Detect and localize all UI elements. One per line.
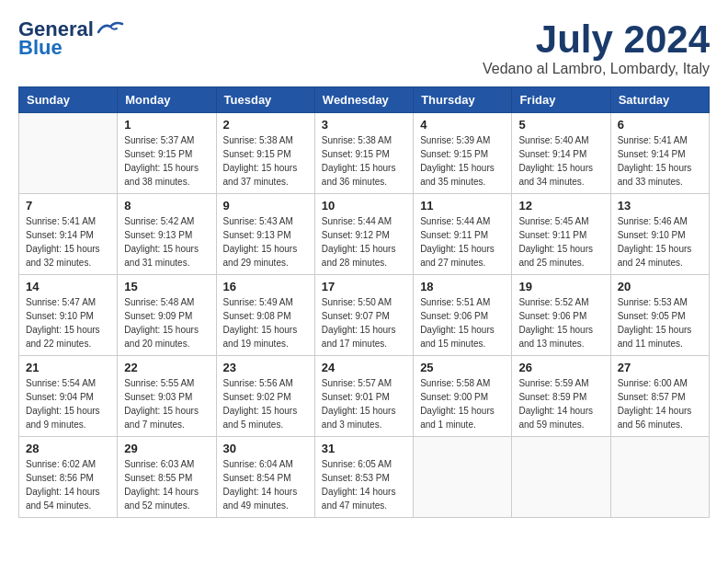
calendar-cell-14: 13Sunrise: 5:46 AMSunset: 9:10 PMDayligh… bbox=[610, 194, 709, 275]
day-info: Sunrise: 5:38 AMSunset: 9:15 PMDaylight:… bbox=[322, 133, 406, 189]
calendar-cell-32: 31Sunrise: 6:05 AMSunset: 8:53 PMDayligh… bbox=[314, 437, 413, 518]
calendar-cell-10: 9Sunrise: 5:43 AMSunset: 9:13 PMDaylight… bbox=[216, 194, 314, 275]
calendar-cell-11: 10Sunrise: 5:44 AMSunset: 9:12 PMDayligh… bbox=[314, 194, 413, 275]
calendar-cell-16: 15Sunrise: 5:48 AMSunset: 9:09 PMDayligh… bbox=[118, 275, 216, 356]
calendar-table: SundayMondayTuesdayWednesdayThursdayFrid… bbox=[18, 86, 710, 518]
day-number: 9 bbox=[223, 199, 308, 213]
calendar-cell-19: 18Sunrise: 5:51 AMSunset: 9:06 PMDayligh… bbox=[414, 275, 512, 356]
calendar-cell-8: 7Sunrise: 5:41 AMSunset: 9:14 PMDaylight… bbox=[19, 194, 118, 275]
day-number: 5 bbox=[518, 118, 603, 132]
day-number: 26 bbox=[518, 361, 603, 374]
day-info: Sunrise: 5:40 AMSunset: 9:14 PMDaylight:… bbox=[518, 133, 603, 189]
day-info: Sunrise: 5:53 AMSunset: 9:05 PMDaylight:… bbox=[618, 295, 702, 350]
logo: General Blue bbox=[18, 18, 124, 59]
day-number: 30 bbox=[223, 442, 308, 455]
calendar-cell-2: 1Sunrise: 5:37 AMSunset: 9:15 PMDaylight… bbox=[118, 113, 216, 194]
day-info: Sunrise: 5:50 AMSunset: 9:07 PMDaylight:… bbox=[322, 295, 406, 350]
calendar-week-2: 7Sunrise: 5:41 AMSunset: 9:14 PMDaylight… bbox=[19, 194, 710, 275]
calendar-cell-23: 22Sunrise: 5:55 AMSunset: 9:03 PMDayligh… bbox=[118, 356, 216, 437]
day-number: 23 bbox=[223, 361, 308, 374]
calendar-cell-1 bbox=[19, 113, 118, 194]
day-info: Sunrise: 5:37 AMSunset: 9:15 PMDaylight:… bbox=[124, 133, 209, 189]
calendar-header-row: SundayMondayTuesdayWednesdayThursdayFrid… bbox=[19, 87, 710, 113]
day-number: 10 bbox=[322, 199, 406, 213]
day-info: Sunrise: 5:57 AMSunset: 9:01 PMDaylight:… bbox=[322, 376, 406, 431]
day-info: Sunrise: 5:56 AMSunset: 9:02 PMDaylight:… bbox=[223, 376, 308, 431]
day-number: 21 bbox=[26, 361, 110, 374]
day-number: 31 bbox=[322, 442, 406, 455]
day-info: Sunrise: 5:51 AMSunset: 9:06 PMDaylight:… bbox=[420, 295, 505, 350]
calendar-cell-27: 26Sunrise: 5:59 AMSunset: 8:59 PMDayligh… bbox=[512, 356, 610, 437]
calendar-cell-9: 8Sunrise: 5:42 AMSunset: 9:13 PMDaylight… bbox=[118, 194, 216, 275]
day-number: 1 bbox=[124, 118, 209, 132]
day-number: 11 bbox=[420, 199, 505, 213]
day-number: 4 bbox=[420, 118, 505, 132]
day-number: 12 bbox=[518, 199, 603, 213]
day-number: 25 bbox=[420, 361, 505, 374]
day-number: 3 bbox=[322, 118, 406, 132]
calendar-cell-13: 12Sunrise: 5:45 AMSunset: 9:11 PMDayligh… bbox=[512, 194, 610, 275]
day-info: Sunrise: 5:48 AMSunset: 9:09 PMDaylight:… bbox=[124, 295, 209, 350]
day-info: Sunrise: 5:42 AMSunset: 9:13 PMDaylight:… bbox=[124, 214, 209, 270]
calendar-cell-31: 30Sunrise: 6:04 AMSunset: 8:54 PMDayligh… bbox=[216, 437, 314, 518]
calendar-cell-33 bbox=[414, 437, 512, 518]
calendar-cell-28: 27Sunrise: 6:00 AMSunset: 8:57 PMDayligh… bbox=[610, 356, 709, 437]
day-number: 18 bbox=[420, 280, 505, 293]
day-number: 17 bbox=[322, 280, 406, 293]
day-number: 15 bbox=[124, 280, 209, 293]
day-number: 16 bbox=[223, 280, 308, 293]
calendar-header-saturday: Saturday bbox=[610, 87, 709, 113]
day-info: Sunrise: 6:04 AMSunset: 8:54 PMDaylight:… bbox=[223, 457, 308, 512]
calendar-week-1: 1Sunrise: 5:37 AMSunset: 9:15 PMDaylight… bbox=[19, 113, 710, 194]
calendar-cell-4: 3Sunrise: 5:38 AMSunset: 9:15 PMDaylight… bbox=[314, 113, 413, 194]
calendar-header-friday: Friday bbox=[512, 87, 610, 113]
calendar-cell-15: 14Sunrise: 5:47 AMSunset: 9:10 PMDayligh… bbox=[19, 275, 118, 356]
calendar-cell-6: 5Sunrise: 5:40 AMSunset: 9:14 PMDaylight… bbox=[512, 113, 610, 194]
day-number: 2 bbox=[223, 118, 308, 132]
calendar-cell-30: 29Sunrise: 6:03 AMSunset: 8:55 PMDayligh… bbox=[118, 437, 216, 518]
day-info: Sunrise: 5:52 AMSunset: 9:06 PMDaylight:… bbox=[518, 295, 603, 350]
day-number: 27 bbox=[618, 361, 702, 374]
calendar-header-sunday: Sunday bbox=[19, 87, 118, 113]
day-number: 20 bbox=[618, 280, 702, 293]
day-number: 14 bbox=[26, 280, 110, 293]
day-info: Sunrise: 5:46 AMSunset: 9:10 PMDaylight:… bbox=[618, 214, 702, 270]
calendar-cell-25: 24Sunrise: 5:57 AMSunset: 9:01 PMDayligh… bbox=[314, 356, 413, 437]
day-info: Sunrise: 5:43 AMSunset: 9:13 PMDaylight:… bbox=[223, 214, 308, 270]
calendar-cell-22: 21Sunrise: 5:54 AMSunset: 9:04 PMDayligh… bbox=[19, 356, 118, 437]
calendar-header-thursday: Thursday bbox=[414, 87, 512, 113]
day-info: Sunrise: 6:00 AMSunset: 8:57 PMDaylight:… bbox=[618, 376, 702, 431]
page-header: General Blue July 2024 Vedano al Lambro,… bbox=[18, 18, 710, 77]
logo-bird-icon bbox=[97, 19, 124, 36]
calendar-header-wednesday: Wednesday bbox=[314, 87, 413, 113]
day-info: Sunrise: 5:45 AMSunset: 9:11 PMDaylight:… bbox=[518, 214, 603, 270]
calendar-cell-29: 28Sunrise: 6:02 AMSunset: 8:56 PMDayligh… bbox=[19, 437, 118, 518]
day-info: Sunrise: 5:59 AMSunset: 8:59 PMDaylight:… bbox=[518, 376, 603, 431]
calendar-cell-17: 16Sunrise: 5:49 AMSunset: 9:08 PMDayligh… bbox=[216, 275, 314, 356]
calendar-cell-24: 23Sunrise: 5:56 AMSunset: 9:02 PMDayligh… bbox=[216, 356, 314, 437]
calendar-week-4: 21Sunrise: 5:54 AMSunset: 9:04 PMDayligh… bbox=[19, 356, 710, 437]
day-number: 22 bbox=[124, 361, 209, 374]
calendar-cell-12: 11Sunrise: 5:44 AMSunset: 9:11 PMDayligh… bbox=[414, 194, 512, 275]
calendar-cell-21: 20Sunrise: 5:53 AMSunset: 9:05 PMDayligh… bbox=[610, 275, 709, 356]
month-title: July 2024 bbox=[483, 18, 710, 61]
day-number: 8 bbox=[124, 199, 209, 213]
calendar-week-5: 28Sunrise: 6:02 AMSunset: 8:56 PMDayligh… bbox=[19, 437, 710, 518]
calendar-cell-7: 6Sunrise: 5:41 AMSunset: 9:14 PMDaylight… bbox=[610, 113, 709, 194]
day-info: Sunrise: 5:49 AMSunset: 9:08 PMDaylight:… bbox=[223, 295, 308, 350]
day-info: Sunrise: 6:02 AMSunset: 8:56 PMDaylight:… bbox=[26, 457, 110, 512]
day-info: Sunrise: 6:05 AMSunset: 8:53 PMDaylight:… bbox=[322, 457, 406, 512]
title-block: July 2024 Vedano al Lambro, Lombardy, It… bbox=[483, 18, 710, 77]
day-number: 19 bbox=[518, 280, 603, 293]
day-info: Sunrise: 5:44 AMSunset: 9:12 PMDaylight:… bbox=[322, 214, 406, 270]
day-info: Sunrise: 5:55 AMSunset: 9:03 PMDaylight:… bbox=[124, 376, 209, 431]
day-number: 29 bbox=[124, 442, 209, 455]
logo-blue-text: Blue bbox=[18, 37, 63, 59]
day-info: Sunrise: 5:38 AMSunset: 9:15 PMDaylight:… bbox=[223, 133, 308, 189]
day-number: 24 bbox=[322, 361, 406, 374]
calendar-cell-34 bbox=[512, 437, 610, 518]
day-number: 28 bbox=[26, 442, 110, 455]
calendar-cell-3: 2Sunrise: 5:38 AMSunset: 9:15 PMDaylight… bbox=[216, 113, 314, 194]
day-number: 13 bbox=[618, 199, 702, 213]
day-info: Sunrise: 5:54 AMSunset: 9:04 PMDaylight:… bbox=[26, 376, 110, 431]
